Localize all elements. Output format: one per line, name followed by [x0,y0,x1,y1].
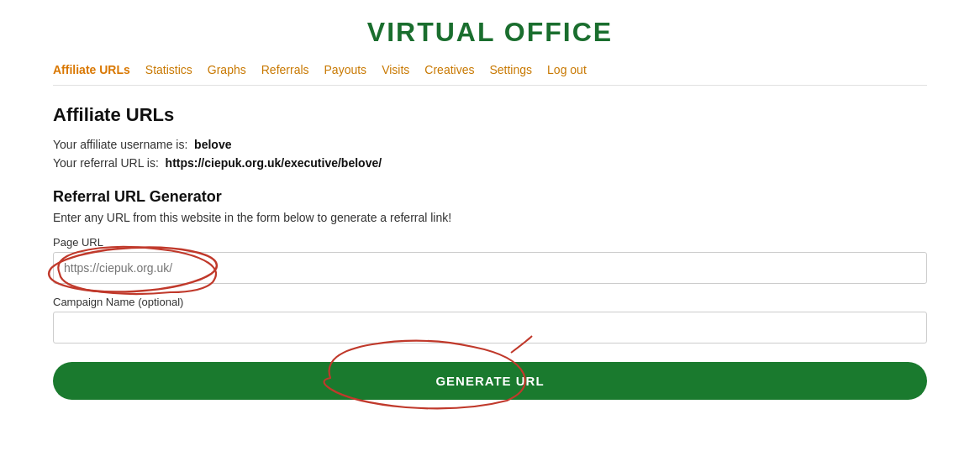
campaign-name-label: Campaign Name (optional) [53,296,927,308]
generator-description: Enter any URL from this website in the f… [53,211,927,224]
affiliate-username-label: Your affiliate username is: [53,138,187,151]
nav-statistics[interactable]: Statistics [145,63,192,76]
page-url-input[interactable] [53,252,927,284]
nav-creatives[interactable]: Creatives [424,63,474,76]
page-url-label: Page URL [53,236,927,249]
app-title: VIRTUAL OFFICE [53,17,927,48]
page-heading: Affiliate URLs [53,104,927,126]
campaign-name-group: Campaign Name (optional) [53,296,927,344]
nav-graphs[interactable]: Graphs [208,63,246,76]
referral-url-line: Your referral URL is: https://ciepuk.org… [53,156,927,170]
affiliate-username-value: belove [194,138,231,151]
referral-url-value[interactable]: https://ciepuk.org.uk/executive/belove/ [166,156,382,170]
generate-url-button[interactable]: GENERATE URL [53,362,927,400]
campaign-name-input[interactable] [53,312,927,344]
nav-payouts[interactable]: Payouts [324,63,367,76]
generator-title: Referral URL Generator [53,188,927,206]
nav-visits[interactable]: Visits [382,63,409,76]
page-url-group: Page URL [53,236,927,284]
nav-logout[interactable]: Log out [547,63,587,76]
nav-settings[interactable]: Settings [489,63,532,76]
nav-affiliate-urls[interactable]: Affiliate URLs [53,63,130,76]
main-nav: Affiliate URLs Statistics Graphs Referra… [53,63,927,86]
affiliate-username-line: Your affiliate username is: belove [53,138,927,151]
nav-referrals[interactable]: Referrals [261,63,309,76]
referral-url-label: Your referral URL is: [53,156,159,170]
